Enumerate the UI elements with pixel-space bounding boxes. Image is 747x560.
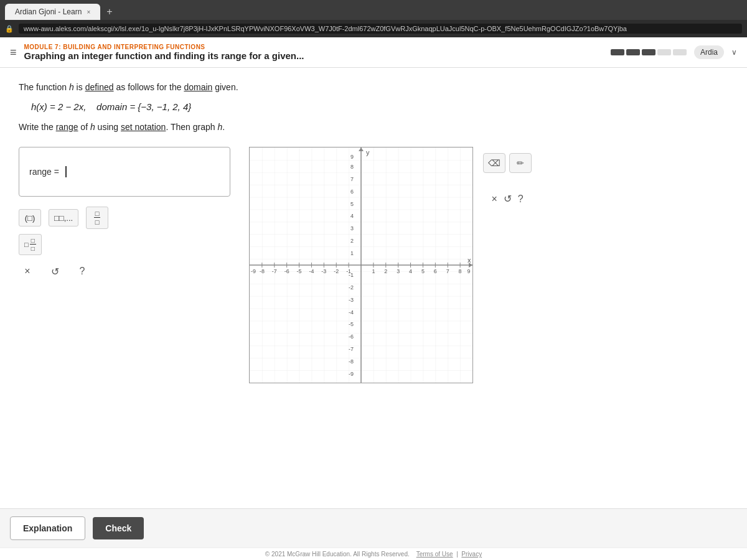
cursor bbox=[65, 166, 67, 177]
svg-text:-8: -8 bbox=[260, 268, 265, 274]
address-bar: 🔒 www-awu.aleks.com/alekscgi/x/lsl.exe/1… bbox=[0, 20, 747, 37]
svg-text:5: 5 bbox=[350, 201, 354, 207]
graph-actions: × ↺ ? bbox=[491, 193, 523, 205]
bottom-bar: Explanation Check bbox=[0, 508, 747, 548]
svg-text:1: 1 bbox=[350, 250, 354, 256]
module-label: MODULE 7: BUILDING AND INTERPRETING FUNC… bbox=[24, 44, 603, 50]
math-toolbar: (□) □□,... □ □ bbox=[19, 207, 230, 280]
graph-undo-button[interactable]: ↺ bbox=[504, 193, 512, 205]
svg-text:x: x bbox=[467, 256, 471, 264]
svg-text:4: 4 bbox=[350, 213, 354, 220]
privacy-link[interactable]: Privacy bbox=[461, 551, 482, 558]
svg-text:2: 2 bbox=[384, 268, 387, 274]
problem-intro: The function h is defined as follows for… bbox=[19, 80, 728, 94]
svg-text:6: 6 bbox=[350, 189, 354, 195]
menu-icon[interactable]: ≡ bbox=[10, 46, 17, 59]
progress-seg-4 bbox=[657, 49, 671, 55]
fraction-btn[interactable]: □ □ bbox=[86, 207, 108, 229]
svg-text:9: 9 bbox=[350, 154, 354, 160]
pencil-tool-button[interactable]: ✏ bbox=[509, 153, 532, 173]
svg-text:-3: -3 bbox=[321, 268, 326, 274]
pencil-icon: ✏ bbox=[517, 158, 524, 168]
svg-text:4: 4 bbox=[409, 268, 412, 274]
action-row: × ↺ ? bbox=[19, 263, 230, 280]
page-content: ≡ MODULE 7: BUILDING AND INTERPRETING FU… bbox=[0, 37, 747, 560]
svg-text:6: 6 bbox=[434, 268, 437, 274]
page-title: Graphing an integer function and finding… bbox=[24, 50, 603, 61]
svg-text:-2: -2 bbox=[349, 284, 354, 291]
svg-text:-7: -7 bbox=[349, 347, 354, 353]
range-label: range = bbox=[29, 167, 59, 177]
svg-text:-3: -3 bbox=[349, 297, 354, 303]
svg-text:-4: -4 bbox=[309, 268, 314, 274]
toolbar-row-1: (□) □□,... □ □ bbox=[19, 207, 230, 229]
svg-text:-5: -5 bbox=[349, 322, 354, 328]
copyright-text: © 2021 McGraw Hill Education. All Rights… bbox=[265, 551, 410, 558]
instruction-text: Write the range of h using set notation.… bbox=[19, 122, 728, 132]
clear-button[interactable]: × bbox=[19, 263, 36, 280]
bracket-icon: (□) bbox=[25, 213, 35, 223]
graph-tool-group-1: ⌫ ✏ bbox=[483, 153, 532, 173]
fraction-icon: □ □ bbox=[94, 210, 101, 226]
svg-text:7: 7 bbox=[350, 176, 354, 182]
graph-help-button[interactable]: ? bbox=[518, 193, 524, 205]
svg-text:1: 1 bbox=[372, 268, 375, 274]
svg-text:-2: -2 bbox=[334, 268, 339, 274]
graph-tools: ⌫ ✏ × ↺ ? bbox=[483, 147, 532, 205]
undo-button[interactable]: ↺ bbox=[46, 263, 63, 280]
graph-tool-row-erase: ⌫ ✏ bbox=[483, 153, 532, 173]
svg-text:3: 3 bbox=[397, 268, 400, 274]
graph-svg: y x 1 2 3 4 5 6 7 8 9 -1 bbox=[250, 147, 472, 383]
bracket-btn[interactable]: (□) bbox=[19, 209, 41, 226]
svg-text:y: y bbox=[366, 149, 370, 156]
tab-title: Ardian Gjoni - Learn bbox=[15, 7, 82, 16]
svg-text:-8: -8 bbox=[349, 359, 354, 365]
erase-tool-button[interactable]: ⌫ bbox=[483, 153, 505, 173]
eraser-icon: ⌫ bbox=[488, 158, 500, 168]
terms-link[interactable]: Terms of Use bbox=[416, 551, 453, 558]
svg-text:-9: -9 bbox=[251, 268, 256, 274]
progress-seg-1 bbox=[611, 49, 624, 55]
main-body: The function h is defined as follows for… bbox=[0, 68, 747, 508]
user-name: Ardia bbox=[694, 45, 724, 59]
set-notation-btn[interactable]: □□,... bbox=[49, 209, 78, 226]
new-tab-button[interactable]: + bbox=[100, 4, 118, 20]
help-button[interactable]: ? bbox=[73, 263, 91, 280]
explanation-button[interactable]: Explanation bbox=[10, 516, 85, 540]
svg-text:-7: -7 bbox=[272, 268, 277, 274]
svg-text:-9: -9 bbox=[349, 371, 354, 377]
url-display[interactable]: www-awu.aleks.com/alekscgi/x/lsl.exe/1o_… bbox=[19, 24, 742, 34]
browser-chrome: Ardian Gjoni - Learn × + 🔒 www-awu.aleks… bbox=[0, 0, 747, 37]
answer-area: range = (□) □□,... □ bbox=[19, 147, 728, 496]
svg-text:-6: -6 bbox=[349, 334, 354, 340]
set-notation-icon: □□,... bbox=[54, 213, 73, 223]
svg-text:9: 9 bbox=[467, 268, 471, 274]
progress-seg-2 bbox=[626, 49, 640, 55]
svg-text:7: 7 bbox=[446, 268, 449, 274]
graph-close-button[interactable]: × bbox=[491, 193, 497, 205]
svg-text:-6: -6 bbox=[284, 268, 289, 274]
header-text: MODULE 7: BUILDING AND INTERPRETING FUNC… bbox=[24, 44, 603, 61]
svg-text:2: 2 bbox=[350, 238, 354, 245]
svg-text:8: 8 bbox=[459, 268, 462, 274]
svg-text:-1: -1 bbox=[346, 268, 351, 274]
lock-icon: 🔒 bbox=[5, 25, 14, 33]
check-button[interactable]: Check bbox=[93, 517, 144, 539]
svg-text:-5: -5 bbox=[297, 268, 302, 274]
formula-display: h(x) = 2 − 2x, domain = {−3, −1, 2, 4} bbox=[19, 101, 728, 112]
chevron-down-icon[interactable]: ∨ bbox=[731, 48, 737, 57]
tab-bar: Ardian Gjoni - Learn × + bbox=[0, 0, 747, 20]
range-input-box[interactable]: range = bbox=[19, 147, 230, 197]
tab-close-button[interactable]: × bbox=[87, 9, 90, 16]
progress-seg-3 bbox=[642, 49, 655, 55]
mixed-fraction-icon: □□□ bbox=[24, 237, 36, 252]
graph-container[interactable]: y x 1 2 3 4 5 6 7 8 9 -1 bbox=[249, 147, 473, 383]
mixed-fraction-btn[interactable]: □□□ bbox=[19, 234, 42, 255]
svg-text:8: 8 bbox=[350, 164, 354, 170]
active-tab[interactable]: Ardian Gjoni - Learn × bbox=[5, 4, 100, 20]
svg-text:-4: -4 bbox=[349, 309, 354, 315]
svg-text:5: 5 bbox=[421, 268, 425, 274]
svg-text:3: 3 bbox=[350, 226, 354, 232]
progress-seg-5 bbox=[673, 49, 687, 55]
left-panel: range = (□) □□,... □ bbox=[19, 147, 230, 496]
